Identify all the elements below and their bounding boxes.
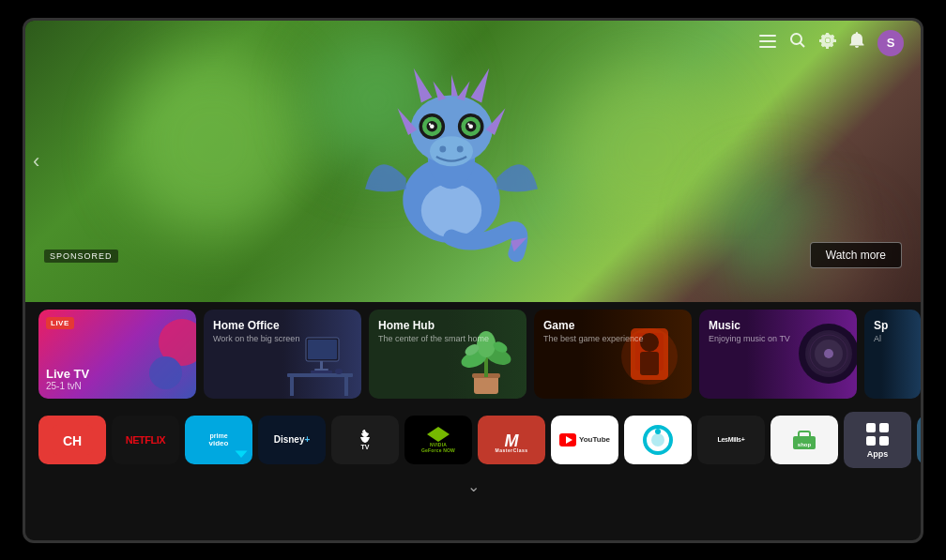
svg-point-24 bbox=[439, 145, 446, 152]
game-title: Game bbox=[543, 319, 682, 332]
content-row: LIVE Live TV 25-1 tvN bbox=[25, 302, 921, 406]
apps-row: CH NETFLIX prime video Disney+ bbox=[25, 406, 921, 474]
sponsored-label: SPONSORED bbox=[44, 250, 118, 263]
game-subtitle: The best game experience bbox=[543, 334, 682, 343]
app-ch[interactable]: CH bbox=[38, 416, 106, 464]
svg-rect-71 bbox=[866, 423, 876, 432]
nav-arrow-left[interactable]: ‹ bbox=[33, 149, 39, 174]
sport-title: Sp bbox=[874, 319, 911, 332]
svg-rect-34 bbox=[287, 373, 353, 377]
settings-icon[interactable] bbox=[819, 32, 836, 53]
bottom-nav: ⌄ bbox=[25, 474, 921, 499]
svg-marker-28 bbox=[457, 81, 470, 100]
svg-rect-36 bbox=[344, 377, 348, 396]
svg-rect-72 bbox=[879, 423, 889, 432]
app-shop-tv[interactable]: shop bbox=[771, 416, 838, 464]
svg-point-67 bbox=[655, 429, 661, 434]
app-apple-tv[interactable]: TV bbox=[331, 416, 399, 464]
svg-line-4 bbox=[801, 43, 805, 48]
svg-rect-32 bbox=[320, 361, 323, 369]
app-masterclass[interactable]: M MasterClass bbox=[478, 416, 545, 464]
svg-point-38 bbox=[335, 369, 343, 374]
svg-marker-10 bbox=[414, 68, 433, 102]
app-cast[interactable] bbox=[917, 416, 921, 464]
home-hub-card[interactable]: Home Hub The center of the smart home bbox=[369, 310, 526, 399]
app-les-mills[interactable]: LesMills+ bbox=[697, 416, 765, 464]
svg-text:CH: CH bbox=[63, 433, 82, 448]
svg-marker-60 bbox=[427, 427, 450, 442]
svg-rect-0 bbox=[759, 35, 776, 37]
svg-point-23 bbox=[467, 123, 469, 125]
avatar[interactable]: S bbox=[877, 30, 904, 56]
game-card[interactable]: Game The best game experience bbox=[534, 310, 692, 399]
tv-frame: S bbox=[23, 18, 923, 543]
svg-rect-1 bbox=[759, 40, 776, 42]
svg-marker-11 bbox=[471, 68, 490, 102]
bell-icon[interactable] bbox=[849, 32, 864, 53]
svg-text:MasterClass: MasterClass bbox=[496, 447, 528, 453]
svg-point-55 bbox=[824, 349, 833, 358]
home-office-card[interactable]: Home Office Work on the big screen bbox=[204, 310, 361, 399]
app-sansar[interactable] bbox=[624, 416, 692, 464]
app-netflix[interactable]: NETFLIX bbox=[112, 416, 179, 464]
svg-rect-2 bbox=[759, 46, 776, 48]
app-prime-video[interactable]: prime video bbox=[185, 416, 252, 464]
svg-rect-73 bbox=[866, 436, 876, 446]
svg-rect-33 bbox=[314, 369, 328, 371]
app-youtube[interactable]: YouTube bbox=[551, 416, 618, 464]
watch-more-button[interactable]: Watch more bbox=[810, 242, 902, 268]
home-hub-subtitle: The center of the smart home bbox=[378, 334, 517, 343]
home-office-subtitle: Work on the big screen bbox=[213, 334, 352, 343]
top-bar: S bbox=[742, 21, 921, 66]
app-disney[interactable]: Disney+ bbox=[258, 416, 326, 464]
svg-point-66 bbox=[651, 433, 664, 446]
app-apps[interactable]: Apps bbox=[844, 412, 911, 468]
sport-subtitle: Al bbox=[874, 334, 911, 343]
svg-rect-74 bbox=[879, 436, 889, 446]
svg-text:shop: shop bbox=[798, 442, 812, 447]
sport-card[interactable]: Sp Al bbox=[864, 310, 921, 399]
svg-rect-37 bbox=[311, 371, 332, 373]
home-office-title: Home Office bbox=[213, 319, 352, 332]
live-tv-card[interactable]: LIVE Live TV 25-1 tvN bbox=[38, 310, 196, 399]
live-badge: LIVE bbox=[46, 317, 74, 329]
svg-marker-27 bbox=[451, 74, 458, 96]
music-subtitle: Enjoying music on TV bbox=[709, 334, 847, 343]
home-hub-title: Home Hub bbox=[378, 319, 517, 332]
music-title: Music bbox=[709, 319, 847, 332]
svg-point-18 bbox=[429, 123, 431, 125]
search-icon[interactable] bbox=[789, 32, 806, 53]
svg-point-3 bbox=[791, 34, 801, 44]
svg-point-25 bbox=[457, 145, 464, 152]
svg-marker-26 bbox=[433, 81, 446, 100]
svg-rect-35 bbox=[290, 377, 294, 396]
apps-label: Apps bbox=[867, 449, 889, 459]
bottom-arrow[interactable]: ⌄ bbox=[467, 477, 480, 495]
app-geforce-now[interactable]: NVIDIAGeForce NOW bbox=[404, 416, 472, 464]
music-card[interactable]: Music Enjoying music on TV bbox=[699, 310, 857, 399]
menu-icon[interactable] bbox=[759, 33, 776, 53]
